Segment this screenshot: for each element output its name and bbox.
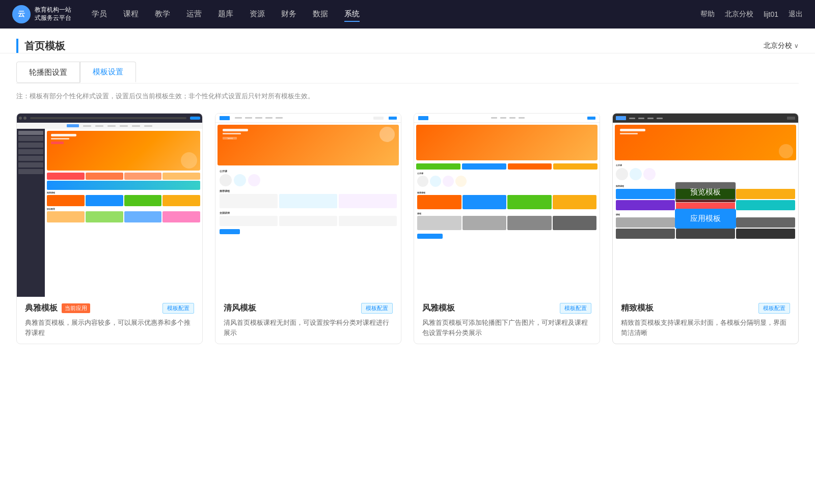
badge-config-3[interactable]: 模板配置 bbox=[560, 303, 591, 314]
template-name-3: 风雅模板 bbox=[422, 303, 455, 314]
template-name-2: 清风模板 bbox=[224, 303, 256, 314]
template-card-2: 了解详情 公开课 推荐课程 bbox=[215, 113, 401, 344]
templates-grid: 推荐课程 职业教育 bbox=[0, 109, 815, 365]
nav-logout[interactable]: 退出 bbox=[789, 10, 803, 19]
tab-slideshow[interactable]: 轮播图设置 bbox=[16, 62, 80, 83]
nav-branch[interactable]: 北京分校 bbox=[725, 10, 753, 19]
logo[interactable]: 云 教育机构一站 式服务云平台 bbox=[12, 5, 71, 23]
page-title: 首页模板 bbox=[16, 39, 65, 53]
branch-name: 北京分校 bbox=[764, 41, 792, 50]
note-bar: 注：模板有部分个性化样式设置，设置后仅当前模板生效；非个性化样式设置后只针对所有… bbox=[0, 83, 815, 109]
template-desc-3: 风雅首页模板可添加轮播图下广告图片，可对课程及课程包设置学科分类展示 bbox=[422, 318, 591, 338]
nav-item-courses[interactable]: 课程 bbox=[123, 7, 139, 22]
chevron-down-icon: ∨ bbox=[794, 42, 799, 49]
nav-item-questions[interactable]: 题库 bbox=[218, 7, 233, 22]
template-desc-1: 典雅首页模板，展示内容较多，可以展示优惠券和多个推荐课程 bbox=[25, 318, 194, 338]
branch-selector[interactable]: 北京分校 ∨ bbox=[764, 41, 799, 50]
template-preview-2[interactable]: 了解详情 公开课 推荐课程 bbox=[215, 114, 401, 297]
nav-item-system[interactable]: 系统 bbox=[344, 7, 360, 22]
card-info-4: 精致模板 模板配置 精致首页模板支持课程展示封面，各模板分隔明显，界面简洁清晰 bbox=[613, 297, 798, 344]
template-name-4: 精致模板 bbox=[621, 303, 654, 314]
template-desc-2: 清风首页模板课程无封面，可设置按学科分类对课程进行展示 bbox=[224, 318, 393, 338]
tabs-bar: 轮播图设置 模板设置 bbox=[0, 53, 815, 83]
badge-config-1[interactable]: 模板配置 bbox=[162, 303, 194, 314]
template-overlay-4: 预览模板 应用模板 bbox=[675, 182, 736, 229]
badge-config-4[interactable]: 模板配置 bbox=[758, 303, 790, 314]
apply-button-4[interactable]: 应用模板 bbox=[675, 209, 736, 229]
template-name-1: 典雅模板 bbox=[25, 303, 58, 314]
nav-right: 帮助 北京分校 lijt01 退出 bbox=[700, 10, 803, 19]
nav-item-finance[interactable]: 财务 bbox=[281, 7, 296, 22]
template-preview-4[interactable]: 公开课 推荐课程 bbox=[613, 114, 798, 297]
template-preview-3[interactable]: 公开课 推荐课程 bbox=[414, 114, 600, 297]
badge-config-2[interactable]: 模板配置 bbox=[361, 303, 393, 314]
template-preview-1[interactable]: 推荐课程 职业教育 bbox=[17, 114, 202, 297]
nav-items: 学员 课程 教学 运营 题库 资源 财务 数据 系统 bbox=[92, 7, 700, 22]
nav-item-students[interactable]: 学员 bbox=[92, 7, 107, 22]
nav-help[interactable]: 帮助 bbox=[700, 10, 715, 19]
navbar: 云 教育机构一站 式服务云平台 学员 课程 教学 运营 题库 资源 财务 数据 … bbox=[0, 0, 815, 29]
nav-item-data[interactable]: 数据 bbox=[313, 7, 328, 22]
note-text: 注：模板有部分个性化样式设置，设置后仅当前模板生效；非个性化样式设置后只针对所有… bbox=[16, 92, 314, 100]
page-header: 首页模板 北京分校 ∨ bbox=[0, 29, 815, 53]
template-desc-4: 精致首页模板支持课程展示封面，各模板分隔明显，界面简洁清晰 bbox=[621, 318, 790, 338]
preview-button-4[interactable]: 预览模板 bbox=[675, 182, 736, 203]
card-info-1: 典雅模板 当前应用 模板配置 典雅首页模板，展示内容较多，可以展示优惠券和多个推… bbox=[17, 297, 202, 344]
tab-template[interactable]: 模板设置 bbox=[80, 62, 136, 83]
nav-item-resources[interactable]: 资源 bbox=[250, 7, 265, 22]
main-content: 首页模板 北京分校 ∨ 轮播图设置 模板设置 注：模板有部分个性化样式设置，设置… bbox=[0, 29, 815, 504]
card-info-2: 清风模板 模板配置 清风首页模板课程无封面，可设置按学科分类对课程进行展示 bbox=[215, 297, 401, 344]
nav-item-operations[interactable]: 运营 bbox=[186, 7, 202, 22]
nav-item-teaching[interactable]: 教学 bbox=[155, 7, 170, 22]
badge-current-1: 当前应用 bbox=[62, 303, 90, 313]
template-card-1: 推荐课程 职业教育 bbox=[16, 113, 203, 344]
nav-user[interactable]: lijt01 bbox=[764, 10, 778, 18]
template-card-4: 公开课 推荐课程 bbox=[612, 113, 799, 344]
card-info-3: 风雅模板 模板配置 风雅首页模板可添加轮播图下广告图片，可对课程及课程包设置学科… bbox=[414, 297, 600, 344]
template-card-3: 公开课 推荐课程 bbox=[414, 113, 600, 344]
logo-text: 教育机构一站 式服务云平台 bbox=[35, 6, 71, 22]
logo-icon: 云 bbox=[12, 5, 31, 23]
